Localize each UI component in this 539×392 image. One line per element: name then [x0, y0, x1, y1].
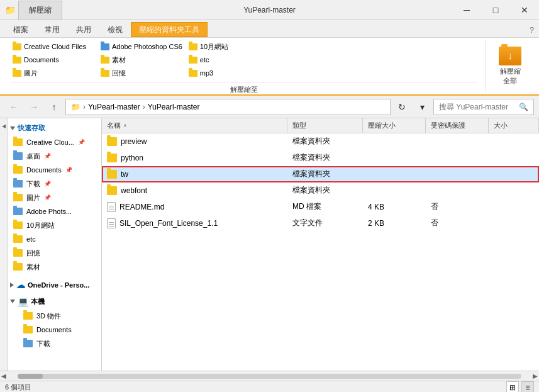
scroll-right-btn[interactable]: ▶	[531, 372, 539, 379]
tab-home[interactable]: 常用	[36, 22, 68, 37]
quick-item-material[interactable]: 素材	[98, 54, 185, 66]
extract-to-label: 解壓縮至	[10, 82, 478, 94]
sidebar-item-desktop[interactable]: 桌面 📌	[8, 149, 101, 163]
search-icon[interactable]: 🔍	[519, 103, 528, 111]
table-row[interactable]: preview 檔案資料夾	[102, 133, 539, 150]
file-size	[489, 157, 539, 159]
quick-item-etc[interactable]: etc	[186, 54, 273, 66]
file-type: 檔案資料夾	[287, 167, 363, 181]
col-size-header[interactable]: 大小	[489, 118, 539, 133]
quick-item-cc[interactable]: Creative Cloud Files	[10, 41, 97, 53]
horizontal-scrollbar[interactable]: ◀ ▶	[0, 371, 539, 381]
breadcrumb-folder-icon: 📁	[71, 103, 81, 111]
search-box[interactable]: 🔍	[433, 99, 534, 115]
tab-view[interactable]: 檢視	[99, 22, 131, 37]
sidebar-item-computer-docs[interactable]: Documents	[8, 323, 101, 337]
collapse-arrow	[10, 283, 14, 288]
folder-icon	[107, 170, 117, 179]
file-name-cell: preview	[102, 136, 287, 147]
file-name: python	[121, 154, 143, 162]
sidebar-item-label: Documents	[36, 326, 72, 333]
table-row[interactable]: README.md MD 檔案 4 KB 否	[102, 199, 539, 215]
table-row[interactable]: python 檔案資料夾	[102, 150, 539, 166]
file-encrypt	[426, 157, 489, 159]
quick-item-oct[interactable]: 10月網站	[186, 41, 273, 53]
sidebar-item-pictures[interactable]: 圖片 📌	[8, 191, 101, 204]
sidebar-item-downloads[interactable]: 下載 📌	[8, 177, 101, 191]
list-view-button[interactable]: ⊞	[506, 381, 519, 393]
sidebar-item-label: 10月網站	[26, 221, 55, 230]
refresh-button[interactable]: ↻	[393, 98, 411, 116]
file-list: preview 檔案資料夾 python 檔案資料夾	[102, 133, 539, 371]
computer-header[interactable]: 💻 本機	[8, 294, 101, 309]
breadcrumb-part2[interactable]: YuPearl-master	[148, 103, 200, 111]
breadcrumb-part1[interactable]: YuPearl-master	[88, 103, 140, 111]
quick-item-memory[interactable]: 回憶	[98, 67, 185, 79]
search-input[interactable]	[439, 103, 516, 111]
up-button[interactable]: ↑	[45, 98, 63, 116]
pin-icon: 📌	[44, 181, 51, 187]
sidebar-item-ps[interactable]: Adobe Phots...	[8, 204, 101, 218]
quick-access-header[interactable]: 快速存取	[8, 121, 101, 135]
table-row[interactable]: tw 檔案資料夾	[102, 166, 539, 182]
folder-icon-material	[13, 262, 23, 272]
tab-compress-tools[interactable]: 壓縮的資料夾工具	[131, 22, 208, 37]
table-row[interactable]: webfont 檔案資料夾	[102, 182, 539, 199]
extract-icon: ↓	[499, 47, 521, 65]
close-button[interactable]: ✕	[510, 0, 539, 20]
dropdown-button[interactable]: ▾	[413, 98, 431, 116]
sidebar-item-computer-dl[interactable]: 下載	[8, 337, 101, 350]
quick-item-pic[interactable]: 圖片	[10, 67, 97, 79]
quick-item-ps[interactable]: Adobe Photoshop CS6	[98, 41, 185, 53]
tab-file[interactable]: 檔案	[5, 22, 36, 37]
sidebar-item-label: 圖片	[26, 193, 40, 203]
folder-icon-etc	[13, 234, 23, 244]
sidebar-collapse-btn[interactable]: ◀	[0, 118, 8, 371]
quick-item-label: mp3	[200, 69, 213, 77]
scroll-left-btn[interactable]: ◀	[0, 372, 8, 379]
file-encrypt	[426, 189, 489, 192]
maximize-button[interactable]: □	[481, 0, 510, 20]
sidebar-item-documents[interactable]: Documents 📌	[8, 163, 101, 177]
scroll-thumb[interactable]	[18, 374, 43, 379]
folder-icon-documents	[13, 165, 23, 175]
sidebar-item-memory[interactable]: 回憶	[8, 246, 101, 260]
sidebar-item-material[interactable]: 素材	[8, 260, 101, 274]
col-name-header[interactable]: 名稱 ∧	[102, 118, 287, 133]
sidebar-item-oct[interactable]: 10月網站	[8, 218, 101, 232]
sidebar-item-cc[interactable]: Creative Clou... 📌	[8, 135, 101, 149]
help-button[interactable]: ?	[525, 23, 539, 37]
col-type-header[interactable]: 類型	[287, 118, 363, 133]
sidebar-item-etc[interactable]: etc	[8, 232, 101, 246]
file-compress-size	[363, 189, 426, 192]
onedrive-header[interactable]: ☁ OneDrive - Perso...	[8, 277, 101, 293]
col-encrypt-header[interactable]: 受密碼保護	[426, 118, 489, 133]
tab-decompress[interactable]: 解壓縮	[18, 1, 62, 20]
tab-share[interactable]: 共用	[68, 22, 99, 37]
detail-view-button[interactable]: ≡	[521, 381, 534, 393]
col-compress-header[interactable]: 壓縮大小	[363, 118, 426, 133]
folder-icon-pictures	[13, 193, 23, 203]
breadcrumb[interactable]: 📁 › YuPearl-master › YuPearl-master	[65, 99, 391, 115]
col-encrypt-label: 受密碼保護	[431, 121, 465, 130]
quick-item-mp3[interactable]: mp3	[186, 67, 273, 79]
title-controls: ─ □ ✕	[452, 0, 539, 20]
back-button[interactable]: ←	[5, 98, 23, 116]
collapse-arrow	[10, 300, 15, 303]
sidebar-item-3d[interactable]: 3D 物件	[8, 309, 101, 323]
sort-arrow: ∧	[123, 123, 127, 128]
scroll-track[interactable]	[18, 374, 521, 379]
extract-all-button[interactable]: ↓ 解壓縮全部	[491, 44, 529, 88]
nav-bar: ← → ↑ 📁 › YuPearl-master › YuPearl-maste…	[0, 96, 539, 118]
quick-item-docs[interactable]: Documents	[10, 54, 97, 66]
minimize-button[interactable]: ─	[452, 0, 481, 20]
table-row[interactable]: SIL_Open_Font_License_1.1 文字文件 2 KB 否	[102, 215, 539, 232]
file-encrypt	[426, 140, 489, 143]
file-name-cell: tw	[102, 169, 287, 180]
forward-button[interactable]: →	[25, 98, 43, 116]
doc-icon	[107, 202, 116, 212]
quick-access-items: Creative Cloud Files Adobe Photoshop CS6…	[10, 38, 273, 79]
quick-item-label: Documents	[24, 56, 59, 64]
file-name: tw	[121, 170, 128, 179]
quick-item-label: Creative Cloud Files	[24, 43, 86, 50]
